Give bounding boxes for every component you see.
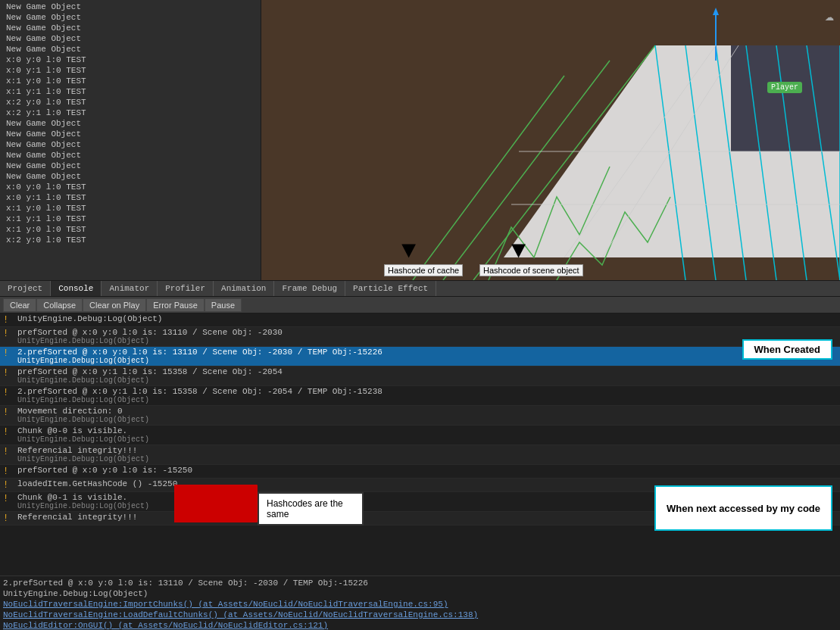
hierarchy-item[interactable]: New Game Object bbox=[0, 118, 261, 129]
hierarchy-item[interactable]: x:1 y:0 l:0 TEST bbox=[0, 203, 261, 214]
hashcode-cache-label: Hashcode of cache bbox=[384, 264, 463, 276]
log-text: 2.prefSorted @ x:0 y:0 l:0 is: 13110 / S… bbox=[17, 348, 837, 365]
hierarchy-item[interactable]: x:1 y:1 l:0 TEST bbox=[0, 86, 261, 97]
hierarchy-item[interactable]: x:2 y:1 l:0 TEST bbox=[0, 108, 261, 118]
stack-trace-line[interactable]: NoEuclidTraversalEngine:ImportChunks() (… bbox=[3, 599, 837, 610]
error-pause-button[interactable]: Error Pause bbox=[146, 298, 205, 312]
clear-on-play-button[interactable]: Clear on Play bbox=[83, 298, 146, 312]
log-sub-line: UnityEngine.Debug:Log(Object) bbox=[17, 435, 837, 444]
when-created-box: When Created bbox=[742, 339, 832, 360]
log-text: Referencial integrity!!!UnityEngine.Debu… bbox=[17, 446, 837, 463]
log-sub-line: UnityEngine.Debug:Log(Object) bbox=[17, 357, 837, 365]
log-icon: ! bbox=[3, 447, 15, 457]
hierarchy-item[interactable]: x:2 y:0 l:0 TEST bbox=[0, 235, 261, 245]
log-entry[interactable]: !Referencial integrity!!!UnityEngine.Deb… bbox=[0, 445, 840, 465]
log-main-line: Chunk @0-0 is visible. bbox=[17, 426, 837, 435]
log-text: 2.prefSorted @ x:0 y:1 l:0 is: 15358 / S… bbox=[17, 387, 837, 404]
svg-marker-2 bbox=[731, 45, 840, 151]
scene-view[interactable]: ☁ Player Hashcode of cache Hashcode of s… bbox=[261, 0, 840, 280]
log-icon: ! bbox=[3, 348, 15, 359]
log-text: Movement direction: 0UnityEngine.Debug:L… bbox=[17, 407, 837, 424]
log-sub-line: UnityEngine.Debug:Log(Object) bbox=[17, 396, 837, 404]
log-icon: ! bbox=[3, 513, 15, 524]
hierarchy-item[interactable]: New Game Object bbox=[0, 12, 261, 23]
hierarchy-item[interactable]: New Game Object bbox=[0, 161, 261, 171]
stack-trace-line: UnityEngine.Debug:Log(Object) bbox=[3, 588, 837, 599]
log-entry[interactable]: !2.prefSorted @ x:0 y:0 l:0 is: 13110 / … bbox=[0, 347, 840, 366]
when-next-accessed-box: When next accessed by my code bbox=[654, 485, 832, 531]
console-toolbar: ClearCollapseClear on PlayError PausePau… bbox=[0, 297, 840, 313]
log-main-line: UnityEngine.Debug:Log(Object) bbox=[17, 314, 837, 323]
console-main[interactable]: !UnityEngine.Debug:Log(Object)!prefSorte… bbox=[0, 313, 840, 575]
log-entry[interactable]: !prefSorted @ x:0 y:0 l:0 is: -15250 bbox=[0, 465, 840, 479]
log-main-line: prefSorted @ x:0 y:0 l:0 is: -15250 bbox=[17, 466, 837, 475]
hierarchy-item[interactable]: New Game Object bbox=[0, 129, 261, 139]
hierarchy-item[interactable]: New Game Object bbox=[0, 33, 261, 44]
log-main-line: Referencial integrity!!! bbox=[17, 446, 837, 455]
log-main-line: prefSorted @ x:0 y:0 l:0 is: 13110 / Sce… bbox=[17, 328, 837, 337]
bottom-section: !UnityEngine.Debug:Log(Object)!prefSorte… bbox=[0, 313, 840, 630]
stack-trace-line: 2.prefSorted @ x:0 y:0 l:0 is: 13110 / S… bbox=[3, 578, 837, 588]
log-icon: ! bbox=[3, 315, 15, 326]
hierarchy-item[interactable]: New Game Object bbox=[0, 150, 261, 161]
tab-particle-effect[interactable]: Particle Effect bbox=[345, 281, 436, 296]
log-entry[interactable]: !prefSorted @ x:0 y:0 l:0 is: 13110 / Sc… bbox=[0, 327, 840, 347]
log-main-line: prefSorted @ x:0 y:1 l:0 is: 15358 / Sce… bbox=[17, 367, 837, 376]
clear-button[interactable]: Clear bbox=[3, 298, 36, 312]
hierarchy-item[interactable]: New Game Object bbox=[0, 139, 261, 150]
log-main-line: Movement direction: 0 bbox=[17, 407, 837, 416]
scene-svg bbox=[261, 0, 840, 280]
tab-animation[interactable]: Animation bbox=[214, 281, 274, 296]
cloud-icon: ☁ bbox=[825, 6, 834, 25]
hierarchy-item[interactable]: x:0 y:0 l:0 TEST bbox=[0, 55, 261, 65]
log-sub-line: UnityEngine.Debug:Log(Object) bbox=[17, 337, 837, 345]
log-text: prefSorted @ x:0 y:1 l:0 is: 15358 / Sce… bbox=[17, 367, 837, 385]
log-icon: ! bbox=[3, 329, 15, 339]
log-entry[interactable]: !2.prefSorted @ x:0 y:1 l:0 is: 15358 / … bbox=[0, 386, 840, 406]
log-icon: ! bbox=[3, 368, 15, 379]
log-main-line: 2.prefSorted @ x:0 y:1 l:0 is: 15358 / S… bbox=[17, 387, 837, 396]
log-icon: ! bbox=[3, 480, 15, 491]
hierarchy-item[interactable]: x:2 y:0 l:0 TEST bbox=[0, 97, 261, 108]
log-entry[interactable]: !Movement direction: 0UnityEngine.Debug:… bbox=[0, 406, 840, 426]
hierarchy-item[interactable]: New Game Object bbox=[0, 2, 261, 12]
tab-bar: ProjectConsoleAnimatorProfilerAnimationF… bbox=[0, 280, 840, 297]
stack-trace-line[interactable]: NoEuclidTraversalEngine:LoadDefaultChunk… bbox=[3, 610, 837, 620]
log-sub-line: UnityEngine.Debug:Log(Object) bbox=[17, 376, 837, 385]
tab-profiler[interactable]: Profiler bbox=[158, 281, 214, 296]
log-entry[interactable]: !UnityEngine.Debug:Log(Object) bbox=[0, 313, 840, 327]
log-sub-line: UnityEngine.Debug:Log(Object) bbox=[17, 416, 837, 424]
arrow-down-left: ▼ bbox=[401, 239, 416, 264]
hierarchy-item[interactable]: x:0 y:0 l:0 TEST bbox=[0, 182, 261, 192]
tab-console[interactable]: Console bbox=[51, 281, 101, 296]
log-icon: ! bbox=[3, 466, 15, 477]
hierarchy-item[interactable]: New Game Object bbox=[0, 23, 261, 33]
log-entry[interactable]: !prefSorted @ x:0 y:1 l:0 is: 15358 / Sc… bbox=[0, 366, 840, 386]
top-area: New Game ObjectNew Game ObjectNew Game O… bbox=[0, 0, 840, 280]
hashcode-scene-label: Hashcode of scene object bbox=[479, 264, 583, 276]
tab-frame-debug[interactable]: Frame Debug bbox=[274, 281, 345, 296]
player-label: Player bbox=[767, 82, 802, 93]
hierarchy-item[interactable]: x:1 y:1 l:0 TEST bbox=[0, 214, 261, 224]
log-text: prefSorted @ x:0 y:0 l:0 is: 13110 / Sce… bbox=[17, 328, 837, 345]
hierarchy-item[interactable]: New Game Object bbox=[0, 171, 261, 182]
tab-project[interactable]: Project bbox=[0, 281, 51, 296]
arrow-down-right: ▼ bbox=[511, 239, 526, 264]
hierarchy-item[interactable]: x:1 y:0 l:0 TEST bbox=[0, 224, 261, 235]
tab-animator[interactable]: Animator bbox=[101, 281, 158, 296]
log-main-line: 2.prefSorted @ x:0 y:0 l:0 is: 13110 / S… bbox=[17, 348, 837, 357]
hierarchy-item[interactable]: New Game Object bbox=[0, 44, 261, 55]
hierarchy-item[interactable]: x:1 y:0 l:0 TEST bbox=[0, 76, 261, 86]
log-text: UnityEngine.Debug:Log(Object) bbox=[17, 314, 837, 323]
hierarchy-item[interactable]: x:0 y:1 l:0 TEST bbox=[0, 192, 261, 203]
log-icon: ! bbox=[3, 427, 15, 438]
pause-button[interactable]: Pause bbox=[205, 298, 242, 312]
hierarchy-item[interactable]: x:0 y:1 l:0 TEST bbox=[0, 65, 261, 76]
log-icon: ! bbox=[3, 388, 15, 398]
hashcodes-same-box: Hashcodes are the same bbox=[258, 492, 364, 526]
stack-trace-line[interactable]: NoEuclidEditor:OnGUI() (at Assets/NoEucl… bbox=[3, 620, 837, 630]
hierarchy-panel[interactable]: New Game ObjectNew Game ObjectNew Game O… bbox=[0, 0, 261, 280]
log-text: prefSorted @ x:0 y:0 l:0 is: -15250 bbox=[17, 466, 837, 475]
log-entry[interactable]: !Chunk @0-0 is visible.UnityEngine.Debug… bbox=[0, 426, 840, 445]
collapse-button[interactable]: Collapse bbox=[36, 298, 83, 312]
